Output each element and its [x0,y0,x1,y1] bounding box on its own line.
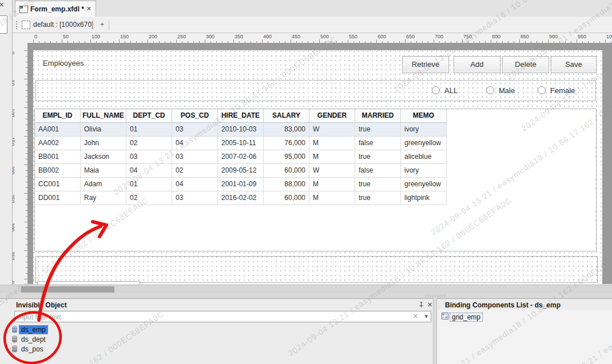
toolbar-grip-icon[interactable] [15,21,18,29]
employee-grid[interactable]: EMPL_IDFULL_NAMEDEPT_CDPOS_CDHIRE_DATESA… [34,109,597,251]
grid-cell[interactable]: M [309,150,355,164]
pin-icon[interactable] [418,302,424,308]
grid-cell[interactable]: 04 [172,178,218,191]
radio-circle-icon[interactable] [486,86,494,94]
grid-cell[interactable]: Jackson [81,150,126,164]
dataset-icon [11,345,18,353]
panel-splitter[interactable] [0,293,612,298]
panel-close-icon[interactable]: ✕ [427,301,432,309]
grid-cell[interactable]: AA001 [35,123,81,137]
grid-cell[interactable]: 76,000 [264,137,309,150]
grid-cell[interactable]: 2016-02-02 [218,191,264,205]
grid-cell[interactable]: 60,000 [264,164,309,178]
grid-cell[interactable]: lightpink [401,191,447,205]
grid-cell[interactable]: 02 [126,191,172,205]
grid-cell[interactable]: true [355,123,401,137]
scrollbar-thumb[interactable] [21,286,114,293]
tab-form-emp[interactable]: Form_emp.xfdl * ✕ [15,1,96,17]
vertical-panel-splitter[interactable] [433,298,437,364]
grid-cell[interactable]: 03 [172,123,218,137]
tab-close-icon[interactable]: ✕ [86,5,92,13]
grid-cell[interactable]: 03 [172,150,218,164]
radio-circle-icon[interactable] [538,86,546,94]
grid-cell[interactable]: greenyellow [401,137,447,150]
table-row[interactable]: BB001Jackson03032007-02-0695,000Mtrueali… [35,150,447,164]
retrieve-button[interactable]: Retrieve [402,56,449,73]
table-row[interactable]: BB002Maia04022009-05-1260,000Wfalseivory [35,164,447,178]
grid-cell[interactable]: M [309,137,355,150]
dropdown-arrow-icon[interactable]: ▾ [424,313,428,320]
grid-cell[interactable]: 88,000 [264,178,309,191]
grid-cell[interactable]: 2007-02-06 [218,150,264,164]
grid-cell[interactable]: 02 [172,164,218,178]
grid-cell[interactable]: M [309,178,355,191]
ruler-label: 800 [492,34,500,39]
grid-cell[interactable]: greenyellow [401,178,447,191]
grid-cell[interactable]: 03 [172,191,218,205]
grid-cell[interactable]: Maia [81,164,126,178]
ruler-label: 400 [263,34,272,39]
grid-cell[interactable]: W [309,164,355,178]
grid-cell[interactable]: BB001 [35,150,81,164]
grid-cell[interactable]: 03 [126,150,172,164]
grid-cell[interactable]: 04 [172,137,218,150]
ruler-label: 850 [520,34,529,39]
grid-cell[interactable]: true [355,178,401,191]
clear-filter-icon[interactable]: ✕ [413,313,418,320]
form-design-surface[interactable]: Emplooyees Retrieve Add Delete Save ALL … [33,50,602,284]
grid-cell[interactable]: true [355,191,401,205]
grid-cell[interactable]: CC001 [35,178,81,191]
table-row[interactable]: DD001Ray02032016-02-0260,000Mtruelightpi… [35,191,447,205]
grid-cell[interactable]: false [355,164,401,178]
grid-cell[interactable]: 01 [126,123,172,137]
grid-cell[interactable]: Olivia [81,123,126,137]
grid-cell[interactable]: 83,000 [264,123,309,137]
grid-cell[interactable]: Adam [81,178,126,191]
filter-field[interactable]: ✕ ▾ [14,311,431,322]
table-row[interactable]: AA002John02042005-10-1176,000Mfalsegreen… [35,137,447,150]
save-button[interactable]: Save [551,56,597,73]
list-item-ds_pos[interactable]: ds_pos [11,344,183,354]
grid-cell[interactable]: M [309,191,355,205]
grid-cell[interactable]: true [355,150,401,164]
grid-cell[interactable]: 04 [126,164,172,178]
grid-cell[interactable]: W [309,123,355,137]
delete-button[interactable]: Delete [502,56,549,73]
add-layout-button[interactable]: + [97,19,107,30]
ruler-label: 100 [92,34,100,39]
grid-cell[interactable]: false [355,137,401,150]
radio-circle-icon[interactable] [432,86,440,94]
grid-cell[interactable]: aliceblue [401,150,447,164]
radio-female[interactable]: Female [538,85,575,94]
filter-input[interactable] [17,311,414,323]
grid-cell[interactable]: 2010-10-03 [218,123,264,137]
list-item-ds_emp[interactable]: ds_emp [11,325,183,334]
grid-cell[interactable]: DD001 [35,191,81,205]
splitter-grip-icon[interactable] [424,294,446,297]
close-icon[interactable]: ✕ [0,1,4,9]
grid-cell[interactable]: 2009-05-12 [218,164,264,178]
grid-cell[interactable]: Ray [81,191,126,205]
grid-cell[interactable]: BB002 [35,164,81,178]
grid-cell[interactable]: 2005-10-11 [218,137,264,150]
radio-male[interactable]: Male [486,85,515,94]
grid-cell[interactable]: 02 [126,137,172,150]
table-row[interactable]: CC001Adam01042001-01-0988,000Mtruegreeny… [35,178,447,191]
add-button[interactable]: Add [454,56,500,73]
horizontal-scrollbar[interactable] [0,285,612,293]
grid-cell[interactable]: ivory [401,123,447,137]
grid-cell[interactable]: ivory [401,164,447,178]
table-row[interactable]: AA001Olivia01032010-10-0383,000Wtrueivor… [35,123,447,137]
radio-all[interactable]: ALL [432,85,458,94]
grid-cell[interactable]: 01 [126,178,172,191]
grid-cell[interactable]: 95,000 [264,150,309,164]
grid-cell[interactable]: AA002 [35,137,81,150]
list-item-ds_dept[interactable]: ds_dept [11,334,183,344]
ruler-label: 0 [34,34,37,39]
grid-cell[interactable]: John [81,137,126,150]
binding-item-grid_emp[interactable]: grid_emp [442,312,483,321]
lower-div-component[interactable] [35,256,598,283]
grid-cell[interactable]: 2001-01-09 [218,178,264,191]
grid-cell[interactable]: 60,000 [264,191,309,205]
form-title-label[interactable]: Emplooyees [43,59,84,67]
